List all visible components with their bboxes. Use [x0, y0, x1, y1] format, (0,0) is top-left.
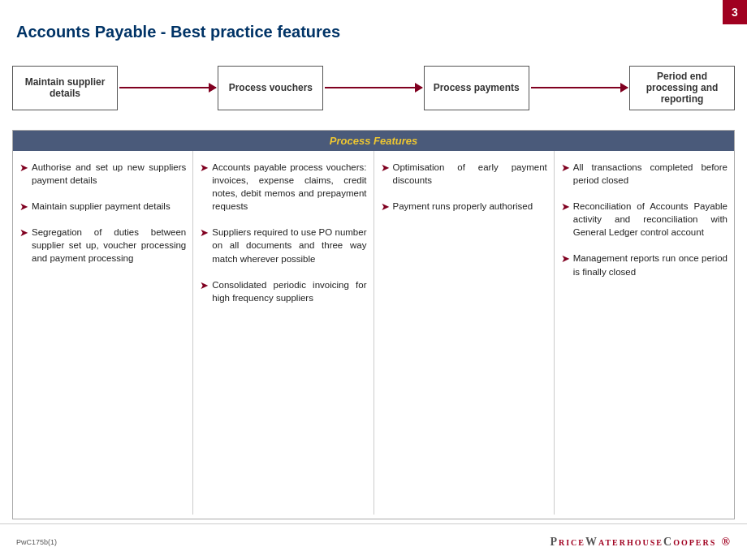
list-item: ➤ All transactions completed before peri… [561, 161, 728, 187]
page-number: 3 [723, 0, 747, 24]
flow-arrow-3 [531, 87, 628, 88]
column-2: ➤ Accounts payable process vouchers: inv… [193, 151, 374, 515]
bullet-text: Segregation of duties between supplier s… [32, 226, 186, 265]
list-item: ➤ Management reports run once period is … [561, 252, 728, 278]
bullet-text: Reconciliation of Accounts Payable activ… [573, 200, 728, 239]
page-title: Accounts Payable - Best practice feature… [16, 23, 340, 41]
column-4: ➤ All transactions completed before peri… [555, 151, 734, 515]
content-area: Process Features ➤ Authorise and set up … [12, 130, 735, 519]
bullet-arrow-icon: ➤ [200, 279, 209, 291]
flow-arrow-1 [119, 87, 216, 88]
list-item: ➤ Optimisation of early payment discount… [381, 161, 547, 187]
bullet-arrow-icon: ➤ [200, 162, 209, 174]
bullet-arrow-icon: ➤ [200, 226, 209, 239]
flow-arrow-2 [325, 87, 421, 88]
flow-box-4: Period end processing and reporting [629, 66, 735, 110]
bullet-text: Management reports run once period is fi… [573, 252, 728, 278]
column-3: ➤ Optimisation of early payment discount… [374, 151, 555, 515]
list-item: ➤ Authorise and set up new suppliers pay… [19, 161, 186, 187]
list-item: ➤ Maintain supplier payment details [19, 200, 186, 213]
bullet-arrow-icon: ➤ [19, 162, 28, 174]
bullet-text: Suppliers required to use PO number on a… [212, 226, 366, 265]
columns-container: ➤ Authorise and set up new suppliers pay… [13, 151, 734, 515]
bullet-text: Consolidated periodic invoicing for high… [212, 278, 366, 304]
bullet-text: Payment runs properly authorised [393, 200, 533, 213]
bullet-text: Optimisation of early payment discounts [393, 161, 547, 187]
flow-diagram: Maintain supplier details Process vouche… [12, 55, 735, 120]
list-item: ➤ Segregation of duties between supplier… [19, 226, 186, 265]
flow-box-3: Process payments [424, 66, 529, 110]
bullet-arrow-icon: ➤ [381, 200, 390, 213]
flow-box-2: Process vouchers [218, 66, 323, 110]
footer-ref: PwC175b(1) [16, 538, 57, 546]
bullet-text: Authorise and set up new suppliers payme… [32, 161, 186, 187]
list-item: ➤ Accounts payable process vouchers: inv… [200, 161, 366, 213]
bullet-arrow-icon: ➤ [561, 252, 570, 265]
bullet-arrow-icon: ➤ [381, 162, 390, 174]
bullet-text: All transactions completed before period… [573, 161, 728, 187]
bullet-arrow-icon: ➤ [561, 200, 570, 213]
bullet-text: Accounts payable process vouchers: invoi… [212, 161, 366, 213]
bullet-text: Maintain supplier payment details [32, 200, 171, 213]
list-item: ➤ Payment runs properly authorised [381, 200, 547, 213]
bullet-arrow-icon: ➤ [561, 162, 570, 174]
column-1: ➤ Authorise and set up new suppliers pay… [13, 151, 193, 515]
bullet-arrow-icon: ➤ [19, 200, 28, 213]
bullet-arrow-icon: ➤ [19, 226, 28, 239]
list-item: ➤ Consolidated periodic invoicing for hi… [200, 278, 366, 304]
flow-box-1: Maintain supplier details [12, 66, 118, 110]
pwc-logo: PRICEWATERHOUSECOOPERS ® [550, 536, 731, 549]
list-item: ➤ Reconciliation of Accounts Payable act… [561, 200, 728, 239]
footer: PwC175b(1) PRICEWATERHOUSECOOPERS ® [0, 523, 747, 560]
features-header: Process Features [13, 131, 734, 151]
list-item: ➤ Suppliers required to use PO number on… [200, 226, 366, 265]
